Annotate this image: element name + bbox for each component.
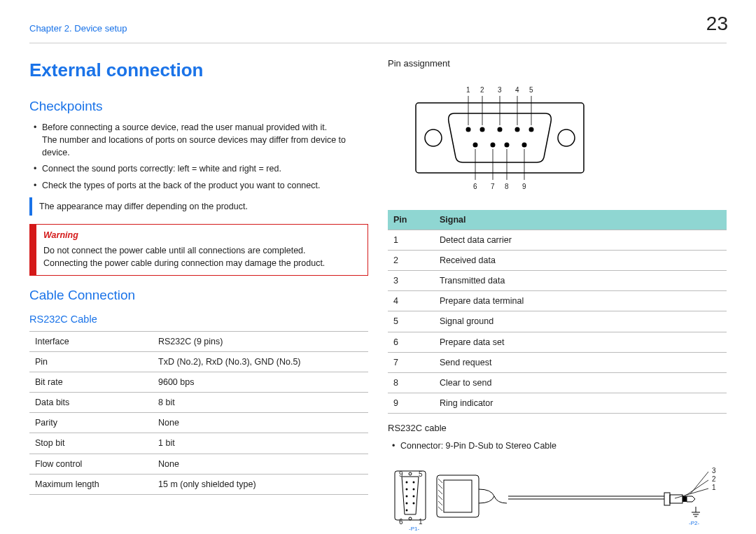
svg-point-16 <box>515 127 520 132</box>
svg-text:6: 6 <box>473 183 477 190</box>
warning-line: Do not connect the power cable until all… <box>43 244 360 257</box>
table-cell: 15 m (only shielded type) <box>153 474 368 494</box>
two-column-layout: External connection Checkpoints Before c… <box>29 57 727 534</box>
list-item: Connector: 9-Pin D-Sub to Stereo Cable <box>392 440 727 452</box>
svg-point-40 <box>413 503 415 505</box>
dsub-connector-icon: 12345 6789 <box>395 75 605 201</box>
table-row: InterfaceRS232C (9 pins) <box>29 331 368 351</box>
manual-page: 23 Chapter 2. Device setup External conn… <box>0 0 756 534</box>
table-row: 7Send request <box>388 352 727 372</box>
table-row: Bit rate9600 bps <box>29 372 368 393</box>
svg-text:8: 8 <box>505 183 509 190</box>
dsub-label-br: 1 <box>419 518 423 526</box>
table-row: 9Ring indicator <box>388 393 727 413</box>
dsub-label-tr: 5 <box>419 470 423 478</box>
svg-point-39 <box>406 503 408 505</box>
list-item: Connect the sound ports correctly: left … <box>34 162 368 175</box>
table-cell: 9 <box>388 393 434 413</box>
svg-point-32 <box>409 517 412 520</box>
pin-signal-table: Pin Signal 1Detect data carrier2Received… <box>388 210 727 414</box>
table-cell: Prepare data terminal <box>434 291 727 311</box>
table-cell: Pin <box>29 351 153 372</box>
connector-diagram: 12345 6789 <box>395 75 727 204</box>
table-cell: 9600 bps <box>153 372 368 393</box>
table-cell: Detect data carrier <box>434 230 727 250</box>
svg-text:1: 1 <box>466 86 470 94</box>
list-item: Check the types of ports at the back of … <box>34 179 368 192</box>
table-row: 2Received data <box>388 251 727 271</box>
svg-text:4: 4 <box>515 86 519 94</box>
table-cell: 4 <box>388 291 434 311</box>
svg-rect-30 <box>395 471 426 520</box>
table-cell: Flow control <box>29 454 153 474</box>
svg-point-38 <box>413 496 415 498</box>
svg-point-34 <box>413 482 415 484</box>
pin-col-header: Pin <box>388 210 434 230</box>
table-cell: Clear to send <box>434 372 727 393</box>
breadcrumb: Chapter 2. Device setup <box>29 22 727 36</box>
table-cell: 1 <box>388 230 434 250</box>
table-cell: 2 <box>388 251 434 271</box>
checkpoints-heading: Checkpoints <box>29 97 368 116</box>
svg-point-13 <box>466 127 471 132</box>
table-cell: Data bits <box>29 393 153 413</box>
jack-label-1: 1 <box>712 484 716 491</box>
checkpoints-list: Before connecting a source device, read … <box>29 121 368 192</box>
list-text: Before connecting a source device, read … <box>42 122 327 132</box>
svg-point-36 <box>413 489 415 491</box>
cable-icon: 9 5 6 1 -P1- <box>388 458 724 534</box>
svg-line-45 <box>438 484 442 489</box>
table-cell: 8 bit <box>153 393 368 413</box>
table-cell: None <box>153 454 368 474</box>
table-row: PinTxD (No.2), RxD (No.3), GND (No.5) <box>29 351 368 372</box>
p1-label: -P1- <box>409 526 419 532</box>
table-cell: 7 <box>388 352 434 372</box>
cable-connection-heading: Cable Connection <box>29 286 368 305</box>
dsub-label-bl: 6 <box>399 518 403 526</box>
note-text: The appearance may differ depending on t… <box>39 202 248 211</box>
list-text: Connector: 9-Pin D-Sub to Stereo Cable <box>400 441 556 451</box>
svg-rect-53 <box>670 495 682 503</box>
table-row: Data bits8 bit <box>29 393 368 413</box>
table-cell: Bit rate <box>29 372 153 393</box>
table-row: ParityNone <box>29 413 368 433</box>
table-cell: Send request <box>434 352 727 372</box>
svg-text:9: 9 <box>522 183 526 190</box>
p2-label: -P2- <box>689 520 699 526</box>
list-subtext: The number and locations of ports on sou… <box>42 134 368 159</box>
list-item: Before connecting a source device, read … <box>34 121 368 159</box>
table-cell: Transmitted data <box>434 271 727 291</box>
svg-point-33 <box>406 482 408 484</box>
table-cell: Prepare data set <box>434 332 727 352</box>
table-cell: 6 <box>388 332 434 352</box>
svg-point-21 <box>522 142 527 147</box>
table-cell: Maximum length <box>29 474 153 494</box>
svg-rect-43 <box>444 480 472 512</box>
svg-point-19 <box>491 142 496 147</box>
svg-point-35 <box>406 489 408 491</box>
table-cell: 5 <box>388 311 434 332</box>
table-row: 4Prepare data terminal <box>388 291 727 311</box>
table-row: Stop bit1 bit <box>29 433 368 454</box>
warning-label: Warning <box>43 229 360 241</box>
table-cell: 1 bit <box>153 433 368 454</box>
table-row: 6Prepare data set <box>388 332 727 352</box>
svg-line-57 <box>675 489 708 498</box>
table-cell: 8 <box>388 372 434 393</box>
table-row: 8Clear to send <box>388 372 727 393</box>
note-callout: The appearance may differ depending on t… <box>29 197 368 216</box>
svg-point-14 <box>480 127 485 132</box>
right-column: Pin assignment 12345 6789 <box>388 57 727 534</box>
svg-point-20 <box>505 142 510 147</box>
table-cell: Signal ground <box>434 311 727 332</box>
svg-point-18 <box>473 142 478 147</box>
table-row: Maximum length15 m (only shielded type) <box>29 474 368 494</box>
dsub-label-tl: 9 <box>399 470 403 478</box>
list-text: Connect the sound ports correctly: left … <box>42 164 281 174</box>
table-cell: Stop bit <box>29 433 153 454</box>
svg-point-37 <box>406 496 408 498</box>
svg-point-31 <box>409 472 412 475</box>
page-title: External connection <box>29 57 368 84</box>
jack-label-2: 2 <box>712 475 716 483</box>
svg-rect-52 <box>664 493 670 505</box>
